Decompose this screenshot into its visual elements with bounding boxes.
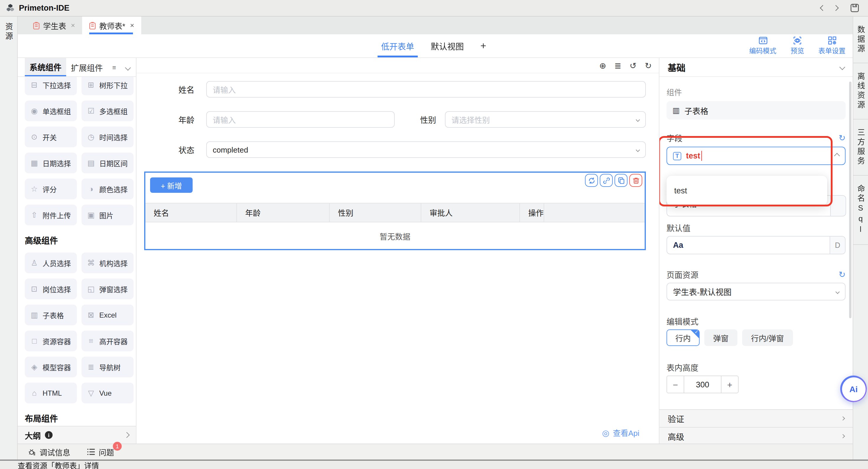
nav-back-button[interactable]: [816, 2, 829, 14]
age-input[interactable]: 请输入: [206, 111, 395, 128]
code-mode-button[interactable]: 编码模式: [749, 36, 776, 55]
tab-system-components[interactable]: 系统组件: [25, 58, 66, 76]
file-tab-teacher-active[interactable]: 教师表* ×: [82, 17, 141, 34]
component-item-label: 附件上传: [42, 210, 71, 220]
component-item[interactable]: ⌗ 高开容器: [82, 331, 133, 351]
component-item[interactable]: □ 资源容器: [25, 331, 77, 351]
outline-row[interactable]: 大纲 i: [18, 426, 136, 444]
default-value-input[interactable]: Aa D: [666, 236, 845, 254]
globe-icon[interactable]: ⊕: [599, 61, 606, 69]
add-row-button[interactable]: + 新增: [150, 177, 193, 193]
chevron-right-icon: [124, 432, 130, 438]
tab-lowcode-form[interactable]: 低开表单: [381, 34, 414, 57]
subtable-component-selected[interactable]: + 新增 姓名 年龄 性别 审批人: [144, 172, 646, 250]
right-rail-tab[interactable]: 离线资源: [853, 63, 868, 119]
default-value-suffix-button[interactable]: D: [830, 237, 845, 254]
checkbox-group-icon: ☑: [87, 107, 95, 115]
inspector-header[interactable]: 基础: [659, 58, 852, 77]
delete-button[interactable]: [629, 174, 642, 187]
link-button[interactable]: [600, 174, 613, 187]
field-combobox[interactable]: T test: [666, 147, 845, 165]
component-item[interactable]: ▣ 图片: [82, 205, 133, 225]
upload-icon: ⇧: [30, 210, 38, 219]
component-item[interactable]: ☑ 多选框组: [82, 100, 133, 121]
component-item[interactable]: ⊠ Excel: [82, 304, 133, 325]
subtable-empty-text: 暂无数据: [145, 223, 645, 250]
component-item-label: 单选框组: [42, 106, 71, 116]
subtable-column-header: 性别: [330, 203, 421, 222]
panel-menu-icon[interactable]: ≡: [112, 64, 116, 71]
edit-mode-inline-dialog[interactable]: 行内/弹窗: [742, 329, 793, 346]
component-item[interactable]: ⊞ 树形下拉: [82, 77, 133, 95]
component-item[interactable]: ≣ 导航树: [82, 357, 133, 377]
component-item[interactable]: ⊙ 开关: [25, 126, 77, 147]
decrease-button[interactable]: −: [666, 376, 684, 393]
tab-extension-components[interactable]: 扩展组件: [66, 58, 107, 76]
inspector-section-row[interactable]: 高级: [659, 427, 852, 444]
outline-label: 大纲: [25, 429, 41, 441]
component-item[interactable]: ▦ 日期选择: [25, 153, 77, 173]
form-settings-icon: [828, 36, 836, 45]
inspector-section-row[interactable]: 验证: [659, 409, 852, 427]
component-item[interactable]: ◷ 时间选择: [82, 126, 133, 147]
ai-assistant-button[interactable]: Ai: [840, 376, 867, 402]
panel-collapse-icon[interactable]: [126, 63, 130, 71]
problems-button[interactable]: 问题 1: [87, 446, 114, 458]
field-dropdown-option[interactable]: test: [666, 186, 827, 195]
component-item[interactable]: ▽ Vue: [82, 383, 133, 403]
component-item[interactable]: ◉ 单选框组: [25, 100, 77, 121]
component-item[interactable]: ♙ 人员选择: [25, 253, 77, 273]
right-rail-tab[interactable]: 数据源: [853, 17, 868, 63]
collapsed-sections: 验证 高级 样式: [659, 409, 852, 444]
undo-icon[interactable]: ↺: [629, 61, 637, 69]
save-icon[interactable]: [848, 2, 861, 14]
component-item[interactable]: ▥ 子表格: [25, 304, 77, 325]
subtable-column-header: 年龄: [237, 203, 330, 222]
view-api-link[interactable]: ◎ 查看Api: [602, 427, 639, 438]
status-select[interactable]: completed: [206, 141, 646, 158]
nav-forward-button[interactable]: [829, 2, 842, 14]
form-file-icon: [89, 22, 96, 29]
refresh-icon[interactable]: ↻: [839, 134, 845, 142]
debug-info-button[interactable]: 调试信息: [28, 446, 70, 458]
component-item[interactable]: ⊟ 下拉选择: [25, 77, 77, 95]
increase-button[interactable]: +: [721, 376, 739, 393]
component-item[interactable]: ◱ 弹窗选择: [82, 279, 133, 299]
component-item[interactable]: ⌂ HTML: [25, 383, 77, 403]
component-item[interactable]: ⊡ 岗位选择: [25, 279, 77, 299]
redo-icon[interactable]: ↻: [645, 61, 652, 69]
component-item[interactable]: ⇧ 附件上传: [25, 205, 77, 225]
tab-default-view[interactable]: 默认视图: [431, 34, 464, 57]
right-rail-tab[interactable]: 命名Sql: [853, 176, 868, 245]
name-input[interactable]: 请输入: [206, 81, 646, 97]
form-settings-button[interactable]: 表单设置: [818, 36, 845, 55]
copy-button[interactable]: [615, 174, 627, 187]
refresh-icon[interactable]: ↻: [839, 270, 845, 279]
outline-tree-icon[interactable]: ≣: [615, 61, 621, 69]
inspector-scrollbar[interactable]: [849, 82, 851, 318]
component-item[interactable]: ▤ 日期区间: [82, 153, 133, 173]
sync-button[interactable]: [585, 174, 598, 187]
close-tab-icon[interactable]: ×: [71, 21, 75, 30]
component-item[interactable]: ⌘ 机构选择: [82, 253, 133, 273]
view-api-label: 查看Api: [613, 427, 639, 438]
page-resource-label: 页面资源: [666, 268, 699, 280]
component-item-label: 日期选择: [42, 158, 71, 168]
page-resource-select[interactable]: 学生表-默认视图: [666, 283, 845, 300]
debug-info-label: 调试信息: [39, 446, 70, 458]
status-bar: 查看资源「教师表」详情: [0, 460, 868, 469]
close-tab-icon[interactable]: ×: [130, 21, 134, 30]
chevron-down-icon: [836, 290, 840, 294]
preview-button[interactable]: 预览: [790, 36, 804, 55]
edit-mode-dialog[interactable]: 弹窗: [704, 329, 737, 346]
gender-select[interactable]: 请选择性别: [445, 111, 646, 128]
resources-rail-tab[interactable]: 资源: [3, 23, 14, 41]
edit-mode-inline[interactable]: 行内 ✓: [666, 329, 700, 346]
component-item[interactable]: ◈ 模型容器: [25, 357, 77, 377]
component-item[interactable]: ☆ 评分: [25, 179, 77, 199]
chevron-down-icon: [636, 148, 640, 152]
component-item[interactable]: ◑ 颜色选择: [82, 179, 133, 199]
add-view-button[interactable]: +: [480, 34, 486, 57]
right-rail-tab[interactable]: 三方服务: [853, 119, 868, 176]
file-tab-student[interactable]: 学生表 ×: [26, 17, 82, 34]
